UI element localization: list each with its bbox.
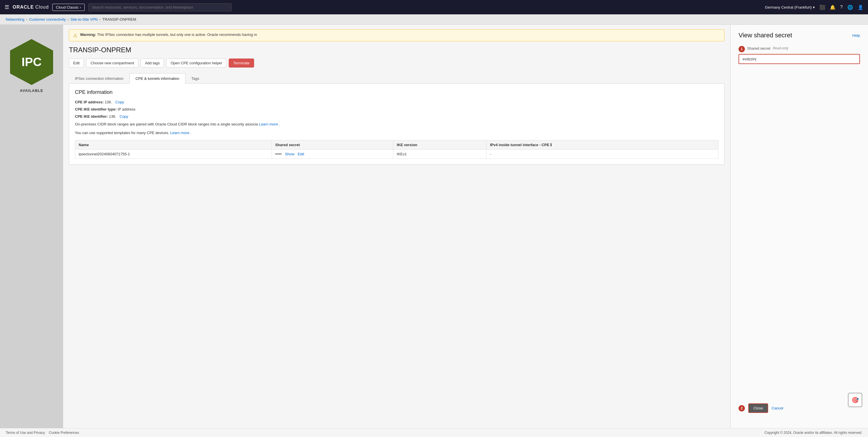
- breadcrumb-customer-connectivity[interactable]: Customer connectivity: [29, 17, 66, 22]
- step2-buttons: 2 Close Cancel: [739, 403, 860, 413]
- page-title: TRANSIP-ONPREM: [69, 46, 724, 54]
- col-ipv4: IPv4 inside tunnel interface - CPE ℹ: [486, 141, 718, 150]
- choose-compartment-button[interactable]: Choose new compartment: [86, 59, 138, 67]
- cpe-ike-id-value: 136.: [109, 114, 116, 119]
- nav-right: Germany Central (Frankfurt) ▾ ⬛ 🔔 ? 🌐 👤: [765, 5, 863, 10]
- content-area: ⚠ Warning: This IPSec connection has mul…: [63, 25, 730, 169]
- panel-title: View shared secret: [739, 32, 792, 39]
- cpe-ip-row: CPE IP address: 136. Copy: [75, 100, 718, 104]
- shared-secret-wrapper: [739, 54, 860, 64]
- cpe-ike-id-label: CPE IKE identifier:: [75, 114, 108, 119]
- tab-cpe-tunnels[interactable]: CPE & tunnels information: [129, 73, 185, 84]
- cancel-link[interactable]: Cancel: [772, 406, 783, 410]
- cpe-ike-id-row: CPE IKE identifier: 136. Copy: [75, 114, 718, 119]
- cookie-link[interactable]: Cookie Preferences: [49, 431, 79, 435]
- nav-icons: ⬛ 🔔 ? 🌐 👤: [819, 5, 863, 10]
- main-layout: IPC AVAILABLE ⚠ Warning: This IPSec conn…: [0, 25, 868, 436]
- ipc-area: IPC AVAILABLE: [0, 25, 63, 436]
- top-navigation: ☰ ORACLE Cloud Cloud Classic › Germany C…: [0, 0, 868, 14]
- help-widget[interactable]: 🎯: [848, 393, 862, 407]
- tunnel-ipv4: -: [486, 150, 718, 159]
- help-icon[interactable]: ?: [840, 5, 843, 10]
- step2-area: 2 Close Cancel: [739, 403, 860, 413]
- warning-bar: ⚠ Warning: This IPSec connection has mul…: [69, 29, 724, 41]
- action-buttons: Edit Choose new compartment Add tags Ope…: [69, 59, 724, 67]
- cpe-ike-type-row: CPE IKE identifier type: IP address: [75, 107, 718, 112]
- breadcrumb-separator-3: ›: [99, 17, 100, 22]
- close-button[interactable]: Close: [748, 403, 768, 413]
- bell-icon[interactable]: 🔔: [830, 5, 836, 10]
- ipc-hexagon: IPC: [10, 39, 53, 85]
- search-input[interactable]: [88, 3, 231, 11]
- tab-tags[interactable]: Tags: [185, 73, 205, 84]
- field-label-text: Shared secret Read-only: [747, 46, 788, 51]
- cpe-ip-value: 136.: [105, 100, 112, 104]
- cloud-classic-button[interactable]: Cloud Classic ›: [52, 4, 85, 11]
- globe-icon[interactable]: 🌐: [847, 5, 853, 10]
- hamburger-menu-icon[interactable]: ☰: [5, 4, 9, 10]
- warning-icon: ⚠: [73, 33, 77, 38]
- shared-secret-input[interactable]: [739, 54, 860, 64]
- edit-button[interactable]: Edit: [69, 59, 84, 67]
- cpe-ike-id-copy-link[interactable]: Copy: [119, 114, 128, 119]
- col-shared-secret: Shared secret: [272, 141, 393, 150]
- tab-content: CPE information CPE IP address: 136. Cop…: [69, 84, 724, 165]
- breadcrumb-networking[interactable]: Networking: [6, 17, 24, 22]
- tunnel-secret-dots: •••••: [275, 152, 282, 156]
- footer-right: Copyright © 2024, Oracle and/or its affi…: [764, 431, 862, 435]
- breadcrumb-site-to-site-vpn[interactable]: Site-to-Site VPN: [71, 17, 98, 22]
- warning-text: Warning: This IPSec connection has multi…: [80, 32, 257, 37]
- info-text-2: You can use supported templates for many…: [75, 130, 718, 136]
- step2-badge: 2: [739, 405, 745, 411]
- cpe-ike-type-value: IP address: [118, 107, 135, 112]
- breadcrumb-separator-2: ›: [67, 17, 69, 22]
- learn-more-link-2[interactable]: Learn more: [170, 131, 189, 135]
- terminal-icon[interactable]: ⬛: [819, 5, 825, 10]
- tunnel-show-link[interactable]: Show: [285, 152, 294, 156]
- col-ike-version: IKE version: [393, 141, 487, 150]
- cpe-ip-copy-link[interactable]: Copy: [115, 100, 124, 104]
- tunnel-table: Name Shared secret IKE version IPv4 insi…: [75, 140, 718, 159]
- breadcrumb-current: TRANSIP-ONPREM: [102, 17, 136, 22]
- ipc-status-label: AVAILABLE: [20, 88, 43, 93]
- readonly-label: Read-only: [773, 46, 788, 50]
- region-selector[interactable]: Germany Central (Frankfurt) ▾: [765, 5, 815, 9]
- tunnel-edit-link[interactable]: Edit: [298, 152, 304, 156]
- terminate-button[interactable]: Terminate: [229, 59, 254, 67]
- ipc-hexagon-container: IPC: [10, 39, 53, 85]
- panel-help-link[interactable]: Help: [852, 33, 860, 38]
- right-panel: View shared secret Help 1 Shared secret …: [730, 25, 868, 436]
- footer: Terms of Use and Privacy Cookie Preferen…: [0, 428, 868, 436]
- tab-bar: IPSec connection information CPE & tunne…: [69, 73, 724, 84]
- tunnel-ike-version: IKEv1: [393, 150, 487, 159]
- add-tags-button[interactable]: Add tags: [141, 59, 164, 67]
- cpe-section-title: CPE information: [75, 89, 718, 95]
- table-row: ipsectunnel20240604071755-1 ••••• Show E…: [75, 150, 718, 159]
- open-cpe-button[interactable]: Open CPE configuration helper: [166, 59, 226, 67]
- tab-ipsec-connection[interactable]: IPSec connection information: [69, 73, 129, 84]
- cpe-ip-label: CPE IP address:: [75, 100, 104, 104]
- info-text-1: On-premises CIDR block ranges are paired…: [75, 121, 718, 127]
- breadcrumb-separator-1: ›: [26, 17, 27, 22]
- tunnel-name: ipsectunnel20240604071755-1: [75, 150, 272, 159]
- breadcrumb: Networking › Customer connectivity › Sit…: [0, 14, 868, 25]
- help-widget-icon: 🎯: [851, 397, 859, 403]
- user-avatar-icon[interactable]: 👤: [858, 5, 863, 10]
- footer-left: Terms of Use and Privacy Cookie Preferen…: [6, 431, 79, 435]
- learn-more-link-1[interactable]: Learn more: [259, 122, 278, 126]
- oracle-logo: ORACLE Cloud: [12, 5, 49, 10]
- panel-header: View shared secret Help: [739, 32, 860, 39]
- step1-badge: 1: [739, 46, 745, 52]
- col-name: Name: [75, 141, 272, 150]
- left-panel: IPC AVAILABLE ⚠ Warning: This IPSec conn…: [0, 25, 730, 436]
- terms-link[interactable]: Terms of Use and Privacy: [6, 431, 45, 435]
- cpe-ike-type-label: CPE IKE identifier type:: [75, 107, 117, 112]
- tunnel-secret-cell: ••••• Show Edit: [272, 150, 393, 159]
- step1-area: 1 Shared secret Read-only: [739, 46, 860, 52]
